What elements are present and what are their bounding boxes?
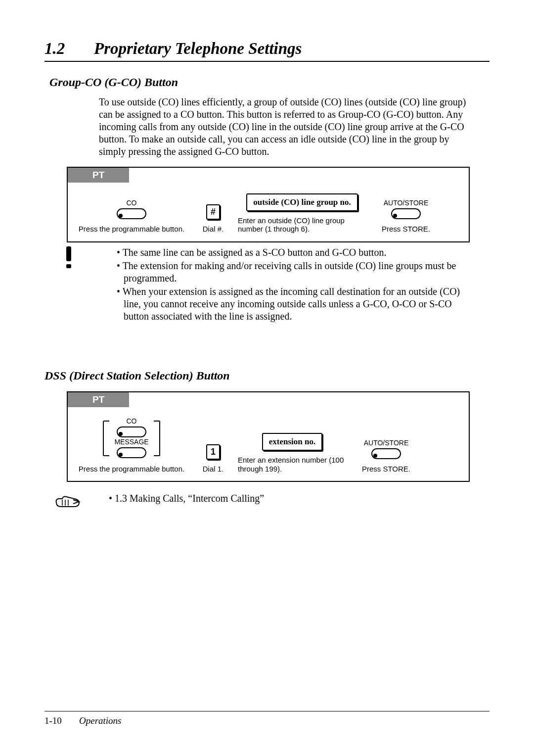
gco-panel: PT CO Press the programmable button. # D…: [67, 167, 470, 242]
caution-icon-cell: [44, 242, 117, 269]
page: 1.2Proprietary Telephone Settings Group-…: [0, 0, 534, 756]
svg-rect-4: [66, 246, 71, 261]
dss-step3-caption: Enter an extension number (100 through 1…: [238, 456, 347, 473]
gco-heading: Group-CO (G-CO) Button: [49, 76, 490, 89]
gco-step-4: AUTO/STORE Press STORE.: [366, 199, 445, 233]
gco-step3-caption: Enter an outside (CO) line group number …: [238, 216, 366, 234]
gco-step2-caption: Dial #.: [203, 225, 224, 233]
gco-note-3: When your extension is assigned as the i…: [117, 285, 465, 323]
autostore-label-dss: AUTO/STORE: [364, 439, 409, 447]
reference-text: • 1.3 Making Calls, “Intercom Calling”: [109, 493, 264, 504]
svg-rect-5: [66, 264, 71, 268]
svg-rect-9: [119, 453, 123, 457]
dss-step4-caption: Press STORE.: [362, 465, 410, 473]
dss-step-3: extension no. Enter an extension number …: [238, 433, 347, 473]
gco-notes-block: The same line can be assigned as a S-CO …: [44, 242, 490, 343]
dss-heading: DSS (Direct Station Selection) Button: [44, 369, 490, 382]
page-number: 1-10: [44, 715, 79, 726]
autostore-label: AUTO/STORE: [384, 199, 429, 207]
hash-key-icon: #: [206, 204, 220, 220]
page-footer: 1-10Operations: [44, 711, 490, 726]
panel-tag: PT: [68, 168, 129, 183]
gco-intro: To use outside (CO) lines efficiently, a…: [99, 96, 470, 158]
dss-message-label: MESSAGE: [114, 438, 148, 446]
one-key-icon: 1: [206, 444, 220, 460]
chapter-heading: 1.2Proprietary Telephone Settings: [44, 40, 490, 62]
dss-panel: PT CO MESSAGE: [67, 391, 470, 482]
dss-co-label: CO: [127, 417, 137, 425]
dss-step2-caption: Dial 1.: [203, 465, 224, 473]
svg-rect-7: [119, 432, 123, 436]
gco-step-2: # Dial #.: [188, 204, 238, 233]
store-button-icon-dss: [371, 448, 401, 460]
svg-rect-11: [373, 454, 377, 458]
gco-step4-caption: Press STORE.: [382, 225, 430, 233]
svg-rect-1: [119, 214, 123, 218]
gco-note-1: The same line can be assigned as a S-CO …: [117, 246, 465, 259]
dss-step-4: AUTO/STORE Press STORE.: [347, 439, 426, 473]
chapter-title-text: Proprietary Telephone Settings: [94, 40, 302, 57]
gco-step1-caption: Press the programmable button.: [79, 225, 184, 233]
footer-section: Operations: [79, 715, 122, 726]
reference-row: • 1.3 Making Calls, “Intercom Calling”: [44, 493, 490, 510]
programmable-button-icon: [116, 208, 147, 220]
gco-step-3: outside (CO) line group no. Enter an out…: [238, 193, 366, 234]
svg-rect-3: [393, 214, 397, 218]
gco-step-1: CO Press the programmable button.: [75, 199, 188, 233]
panel-tag-dss: PT: [68, 392, 129, 407]
dss-panel-row: CO MESSAGE Press the programmable button…: [68, 407, 469, 474]
dss-step-1: CO MESSAGE Press the programmable button…: [75, 418, 188, 473]
reference-icon-cell: [44, 493, 109, 510]
hand-pointing-icon: [54, 493, 81, 510]
extension-number-field: extension no.: [262, 433, 322, 451]
reference-link: 1.3 Making Calls, “Intercom Calling”: [115, 493, 264, 504]
exclamation-icon: [62, 245, 77, 269]
group-number-field: outside (CO) line group no.: [246, 193, 358, 211]
dss-step1-caption: Press the programmable button.: [79, 465, 184, 473]
store-button-icon: [391, 208, 421, 220]
gco-note-2: The extension for making and/or receivin…: [117, 260, 465, 284]
gco-notes: The same line can be assigned as a S-CO …: [117, 246, 465, 324]
dss-step-2: 1 Dial 1.: [188, 444, 238, 473]
gco-panel-row: CO Press the programmable button. # Dial…: [68, 183, 469, 235]
co-label: CO: [127, 199, 137, 207]
chapter-number: 1.2: [44, 40, 94, 58]
